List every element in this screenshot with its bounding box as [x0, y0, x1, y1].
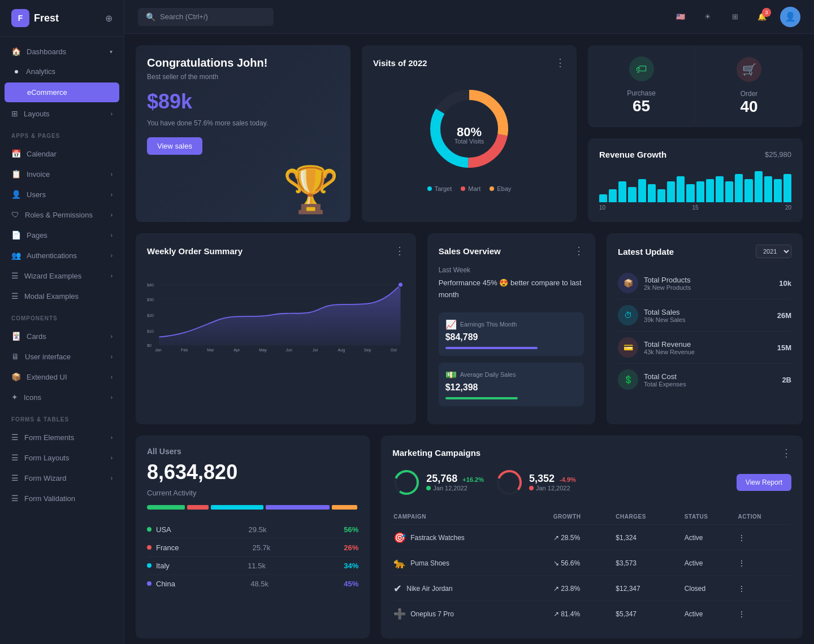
revenue-info: Total Revenue 43k New Revenue — [644, 340, 695, 355]
purchase-icon: 🏷 — [629, 56, 654, 81]
svg-text:$0: $0 — [147, 343, 151, 348]
products-icon: 📦 — [618, 273, 638, 293]
sidebar-item-analytics[interactable]: Analytics — [0, 62, 124, 81]
col-growth: GROWTH — [553, 509, 614, 525]
sidebar-item-auth[interactable]: 👥 Authentications › — [0, 245, 124, 266]
sidebar-item-users[interactable]: 👤 Users › — [0, 184, 124, 204]
sidebar-label-dashboards: Dashboards — [27, 47, 110, 56]
sidebar-item-form-wizard[interactable]: ☰ Form Wizard › — [0, 468, 124, 488]
sidebar-item-wizard[interactable]: ☰ Wizard Examples › — [0, 266, 124, 286]
mart-dot — [461, 186, 465, 191]
congrats-amount: $89k — [147, 90, 339, 114]
italy-percent: 34% — [344, 562, 358, 570]
campaign-name-wrapper: ➕ Oneplus 7 Pro — [393, 608, 552, 620]
puma-action[interactable]: ⋮ — [738, 551, 790, 576]
notification-icon[interactable]: 🔔 3 — [753, 8, 771, 26]
svg-text:Sep: Sep — [364, 348, 371, 353]
sidebar-item-form-validation[interactable]: ☰ Form Validation — [0, 488, 124, 508]
sidebar-item-layouts[interactable]: ⊞ Layouts › — [0, 103, 124, 124]
logo-area: F Frest ⊕ — [0, 0, 124, 37]
sidebar-item-roles[interactable]: 🛡 Roles & Permissions › — [0, 204, 124, 225]
sidebar-label-calendar: Calendar — [27, 150, 112, 158]
revenue-bar — [716, 176, 724, 202]
legend-target-label: Target — [435, 185, 452, 192]
mstat-value-1: 25,768 +16.2% — [426, 473, 484, 485]
sidebar-item-ecommerce[interactable]: eCommerce — [5, 82, 119, 102]
donut-chart: 80% Total Visits — [424, 84, 514, 174]
chevron-right-icon: › — [111, 354, 112, 360]
invoice-icon: 📋 — [11, 169, 21, 179]
sidebar-item-cards[interactable]: 🃏 Cards › — [0, 326, 124, 346]
sidebar-item-calendar[interactable]: 📅 Calendar — [0, 143, 124, 164]
sidebar-label-analytics: Analytics — [26, 67, 112, 76]
oneplus-charges: $5,347 — [616, 602, 683, 626]
marketing-stats-row: 25,768 +16.2% Jan 12,2022 — [392, 468, 791, 497]
col-status: STATUS — [685, 509, 737, 525]
user-avatar[interactable]: 👤 — [780, 7, 800, 27]
sidebar-item-form-layouts[interactable]: ☰ Form Layouts › — [0, 447, 124, 468]
trending-up-icon: 📈 — [445, 319, 457, 330]
sidebar-item-modal[interactable]: ☰ Modal Examples — [0, 286, 124, 306]
view-sales-button[interactable]: View sales — [147, 137, 202, 155]
chevron-right-icon: › — [111, 455, 112, 461]
revenue-bar — [755, 171, 763, 202]
visits-menu[interactable]: ⋮ — [555, 56, 565, 69]
sales-menu[interactable]: ⋮ — [574, 245, 584, 257]
weekly-order-menu[interactable]: ⋮ — [395, 245, 405, 257]
search-bar[interactable]: 🔍 Search (Ctrl+/) — [138, 8, 274, 26]
sidebar-label-pages: Pages — [27, 231, 111, 240]
location-icon: ⊕ — [105, 13, 112, 24]
france-name: France — [156, 543, 179, 552]
donut-legend: Target Mart Ebay — [427, 185, 512, 192]
ebay-dot — [490, 186, 494, 191]
sidebar-label-auth: Authentications — [27, 251, 111, 260]
sidebar-item-ui[interactable]: 🖥 User interface › — [0, 346, 124, 367]
row-1: Congratulations John! Best seller of the… — [136, 45, 803, 222]
sidebar-item-icons[interactable]: ✦ Icons › — [0, 387, 124, 407]
nike-action[interactable]: ⋮ — [738, 577, 790, 601]
sidebar-item-form-elements[interactable]: ☰ Form Elements › — [0, 427, 124, 447]
campaign-name-puma: 🐆 Puma Shoes — [393, 551, 552, 576]
sidebar-item-pages[interactable]: 📄 Pages › — [0, 225, 124, 245]
target-dot — [427, 186, 432, 191]
year-select[interactable]: 2021 — [756, 245, 791, 258]
chevron-right-icon: › — [111, 434, 112, 441]
view-report-button[interactable]: View Report — [737, 474, 791, 491]
app-name: Frest — [34, 12, 59, 24]
svg-text:$20: $20 — [147, 314, 154, 318]
puma-growth: ↘ 56.6% — [553, 551, 614, 576]
calendar-icon: 📅 — [11, 149, 21, 158]
flag-icon[interactable]: 🇺🇸 — [672, 8, 690, 26]
sidebar-item-dashboards[interactable]: 🏠 Dashboards ▾ — [0, 41, 124, 62]
donut-label: Total Visits — [454, 138, 484, 145]
daily-sales-value: $12,398 — [445, 382, 577, 393]
dot-icon — [16, 91, 19, 94]
grid-icon[interactable]: ⊞ — [726, 8, 744, 26]
fastrack-action[interactable]: ⋮ — [738, 526, 790, 550]
table-row: ➕ Oneplus 7 Pro ↗ 81.4% $5,347 Active ⋮ — [393, 602, 790, 626]
campaign-name-wrapper: 🎯 Fastrack Watches — [393, 532, 552, 544]
marketing-menu[interactable]: ⋮ — [781, 447, 791, 459]
campaign-table-header: CAMPAIGN GROWTH CHARGES STATUS ACTION — [393, 509, 790, 525]
activity-bar-orange — [332, 505, 357, 510]
mstat-2: 5,352 -4.9% Jan 12,2022 — [495, 468, 576, 497]
sidebar-item-invoice[interactable]: 📋 Invoice › — [0, 164, 124, 184]
usa-name: USA — [156, 525, 171, 534]
oneplus-action[interactable]: ⋮ — [738, 602, 790, 626]
main-content: Congratulations John! Best seller of the… — [124, 34, 814, 644]
products-name: Total Products — [644, 276, 691, 284]
theme-icon[interactable]: ☀ — [699, 8, 717, 26]
cards-icon: 🃏 — [11, 332, 21, 341]
sidebar-label-cards: Cards — [27, 332, 111, 341]
revenue-bar — [677, 176, 685, 202]
revenue-amount: $25,980 — [765, 150, 791, 159]
italy-dot — [147, 563, 151, 568]
sidebar-item-extended[interactable]: 📦 Extended UI › — [0, 367, 124, 387]
puma-label: Puma Shoes — [410, 559, 449, 567]
chevron-right-icon: › — [111, 111, 112, 117]
products-value: 10k — [779, 279, 791, 288]
mstat-info-1: 25,768 +16.2% Jan 12,2022 — [426, 473, 484, 491]
nike-status: Closed — [685, 577, 737, 601]
mstat-ring-2 — [495, 468, 523, 497]
sales-info: Total Sales 39k New Sales — [644, 308, 685, 323]
